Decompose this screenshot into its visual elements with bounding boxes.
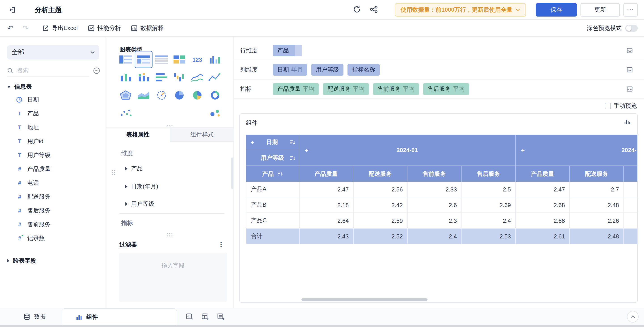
dark-mode-toggle[interactable] (625, 24, 638, 32)
pill-presale-service[interactable]: 售前服务 平均 (373, 83, 419, 95)
metric-header[interactable]: 配送服务 (353, 166, 408, 182)
metric-header[interactable]: 售后服务 (462, 166, 516, 182)
field-item-number[interactable]: # 售前服务 (7, 218, 106, 231)
header-cell-user-level[interactable]: 用户等级 (246, 150, 299, 166)
chart-type-radar[interactable] (117, 87, 134, 104)
tab-component-style[interactable]: 组件样式 (170, 128, 234, 142)
pin-icon[interactable] (626, 66, 633, 73)
pivot-table[interactable]: + 日期 用户等级 产品 + 2024-01 (246, 135, 637, 244)
table-scope-select[interactable]: 全部 (7, 45, 99, 60)
refresh-icon[interactable] (352, 5, 361, 14)
chart-type-bubble[interactable] (206, 105, 224, 122)
update-button[interactable]: 更新 (580, 3, 620, 16)
collapse-panel-button[interactable] (627, 311, 639, 322)
export-excel-button[interactable]: 导出Excel (42, 20, 78, 37)
chart-type-heat-table[interactable] (170, 51, 188, 68)
header-cell-date[interactable]: + 日期 (246, 135, 299, 150)
sort-icon[interactable] (277, 171, 283, 176)
metric-header[interactable]: 售前服务 (408, 166, 462, 182)
column-group-2024-02[interactable]: + 2024- (516, 135, 637, 166)
sort-icon[interactable] (290, 140, 295, 145)
panel-scrollbar[interactable] (231, 158, 233, 189)
chart-type-gauge[interactable] (152, 87, 170, 104)
pill-metric-name[interactable]: 指标名称 (348, 64, 380, 76)
data-volume-notice[interactable]: 使用数据量：前1000万行，更新后使用全量 (395, 3, 526, 16)
performance-button[interactable]: 性能分析 (88, 20, 121, 37)
pin-icon[interactable] (626, 47, 633, 54)
field-item-text[interactable]: T 用户id (7, 134, 106, 148)
chart-type-waterfall[interactable] (170, 69, 188, 86)
chart-type-grouped-table[interactable] (117, 51, 134, 68)
dimension-item-product[interactable]: 产品 (125, 162, 143, 175)
tab-component[interactable]: 组件 (62, 308, 177, 325)
tab-data[interactable]: 数据 (23, 308, 46, 325)
chart-type-scatter[interactable] (117, 105, 134, 122)
expand-icon[interactable]: + (304, 147, 308, 153)
add-chart-icon[interactable] (186, 313, 194, 321)
horizontal-scrollbar[interactable] (302, 298, 428, 301)
search-options-icon[interactable] (93, 67, 100, 74)
table-row[interactable]: 产品A 2.47 2.56 2.33 2.5 2.47 2.7 (246, 182, 637, 197)
save-button[interactable]: 保存 (536, 3, 577, 16)
dimension-item-user-level[interactable]: 用户等级 (125, 198, 154, 210)
field-item-number[interactable]: # 配送服务 (7, 190, 106, 204)
data-explain-button[interactable]: 数据解释 (130, 20, 164, 37)
expand-icon[interactable]: + (521, 147, 524, 153)
table-row-total[interactable]: 合计 2.43 2.52 2.4 2.53 2.61 2.48 (246, 228, 637, 244)
dimension-item-date[interactable]: 日期(年月) (125, 180, 158, 193)
expand-icon[interactable]: + (250, 139, 254, 146)
redo-icon[interactable]: ↷ (22, 20, 29, 37)
pill-product[interactable]: 产品 (273, 45, 302, 56)
metric-header[interactable]: 产品质量 (516, 166, 570, 182)
column-dimension-shelf[interactable]: 列维度 日期 年月 用户等级 指标名称 (234, 60, 644, 80)
table-row[interactable]: 产品B 2.18 2.42 2.6 2.69 2.68 2.48 (246, 197, 637, 213)
chart-type-donut[interactable] (206, 87, 224, 104)
pill-product-quality[interactable]: 产品质量 平均 (273, 83, 319, 95)
undo-icon[interactable]: ↶ (7, 20, 14, 37)
pin-icon[interactable] (626, 86, 633, 92)
filter-drop-zone[interactable]: 拖入字段 (119, 253, 227, 302)
field-item-text[interactable]: T 产品 (7, 106, 106, 120)
chart-type-line-marker[interactable] (206, 69, 224, 86)
chart-type-stacked-bar[interactable] (134, 69, 152, 86)
table-tree-node[interactable]: 信息表 (7, 83, 106, 91)
sort-icon[interactable] (290, 156, 295, 160)
chart-type-detail-table[interactable] (152, 51, 170, 68)
sidebar-resize-handle[interactable] (111, 169, 116, 176)
chart-type-horizontal-bar[interactable] (152, 69, 170, 86)
pill-date[interactable]: 日期 年月 (273, 64, 307, 76)
pill-delivery-service[interactable]: 配送服务 平均 (323, 83, 369, 95)
field-item-number[interactable]: # 产品质量 (7, 162, 106, 176)
panel-drag-handle[interactable] (166, 232, 173, 237)
field-item-number[interactable]: # 售后服务 (7, 204, 106, 218)
chart-type-pie[interactable] (170, 87, 188, 104)
lineage-icon[interactable] (370, 5, 378, 14)
chart-type-bar[interactable] (117, 69, 134, 86)
search-input[interactable] (17, 67, 90, 74)
tab-table-properties[interactable]: 表格属性 (106, 128, 170, 142)
manual-preview-checkbox[interactable] (605, 103, 611, 109)
filter-menu-icon[interactable]: ⋮ (218, 241, 224, 249)
table-row[interactable]: 产品C 2.64 2.59 2.3 2.4 2.68 2.26 (246, 213, 637, 228)
more-button[interactable]: ··· (624, 3, 638, 16)
field-item-text[interactable]: T 地址 (7, 120, 106, 134)
cross-table-node[interactable]: 跨表字段 (7, 257, 106, 265)
header-cell-product[interactable]: 产品 (246, 166, 299, 182)
search-box[interactable] (7, 65, 90, 76)
add-note-icon[interactable] (217, 313, 225, 321)
back-button[interactable] (7, 4, 18, 15)
row-dimension-shelf[interactable]: 行维度 产品 (234, 41, 644, 60)
add-table-icon[interactable] (201, 313, 209, 321)
pill-aftersale-service[interactable]: 售后服务 平均 (423, 83, 469, 95)
field-item-text[interactable]: T 用户等级 (7, 148, 106, 162)
chart-type-curve-line[interactable] (188, 69, 206, 86)
column-group-2024-01[interactable]: + 2024-01 (299, 135, 516, 166)
field-item-record-count[interactable]: # 记录数 (7, 231, 106, 245)
chart-type-stacked-area[interactable] (134, 87, 152, 104)
field-item-number[interactable]: # 电话 (7, 176, 106, 190)
metric-shelf[interactable]: 指标 产品质量 平均 配送服务 平均 售前服务 平均 售后服务 平均 (234, 80, 644, 99)
metric-header[interactable]: 产品质量 (299, 166, 353, 182)
chart-type-multi-pie[interactable] (188, 87, 206, 104)
chart-type-multi-bar[interactable] (206, 51, 224, 68)
chart-type-kpi-card[interactable]: 123 (188, 51, 206, 68)
